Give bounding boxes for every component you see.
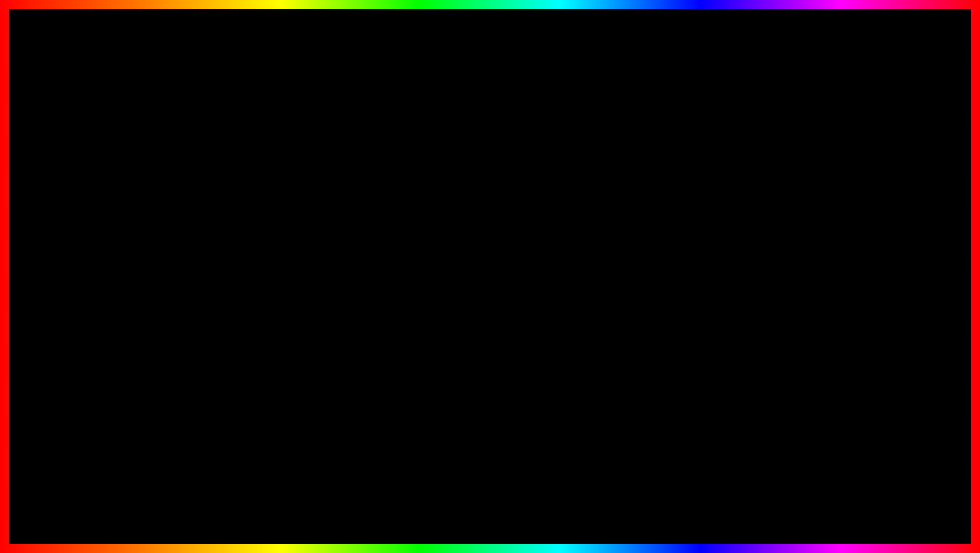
left-panel: PS | Skeered Hub ⌕ ✎ ⊡ ✕ Autofarm Distan… [135,133,325,328]
killaura-toggle[interactable] [297,272,317,283]
auto-pick-flowers-row: Auto Pick Flowers [634,206,824,226]
bottom-text-container: AUTO FARM SCRIPT PASTEBIN [0,468,980,533]
right-panel: PS | Skeered Hub Activate White Screen (… [632,147,825,348]
window-icon[interactable]: ⊡ [303,140,308,147]
walkspeed-toggle[interactable] [796,230,816,240]
inf-breath-label: Inf Breath [641,314,796,321]
farm-all-npc-row: Farm all NPC [136,228,324,248]
white-screen-label: Activate White Screen (LOW GPU USAGE) [641,173,816,181]
killaura-row: Killaura [136,268,324,288]
no-sun-damage-label: No Sun Damage [641,274,796,282]
inf-stamina-row: Inf Stamina [634,288,824,307]
farm-all-npc-label: Farm all NPC [143,234,297,242]
inf-stamina-toggle[interactable] [796,292,816,302]
farm-all-bosses-toggle[interactable] [297,253,317,263]
auto-loot-toggle[interactable] [297,312,317,322]
farm-all-bosses-row: Farm all Bosses [136,248,324,268]
no-sun-damage-row: No Sun Damage [634,268,824,288]
edit-icon[interactable]: ✎ [293,140,299,147]
farm-all-bosses-label: Farm all Bosses [143,254,297,262]
killaura-delay-row: Killaura Delay 3 Seconds [136,175,324,197]
give-prog-gamepass-label: Give Prog Gamepass [641,333,800,341]
right-panel-divider: | [653,154,655,162]
left-panel-title: Skeered Hub [160,139,285,147]
search-icon[interactable]: ⌕ [285,140,289,147]
left-ps-icon: PS [142,138,152,148]
left-panel-header: PS | Skeered Hub ⌕ ✎ ⊡ ✕ [136,134,324,153]
killaura-label: Killaura [143,274,297,282]
teleport-muzan-dim: dim [807,193,816,200]
script-label: SCRIPT [503,490,636,528]
inf-stamina-label: Inf Stamina [641,294,796,301]
farm-all-npc-toggle[interactable] [297,233,317,243]
give-prog-gamepass-row: Give Prog Gamepass button [634,327,824,347]
left-panel-icons: ⌕ ✎ ⊡ ✕ [285,140,318,147]
autofarm-row: Autofarm [136,209,324,228]
wspeed-input[interactable]: 100 Speed [740,250,816,263]
killaura-delay-label: Killaura Delay [143,182,251,190]
autofarm-distance-input[interactable]: 7 Studs [251,157,317,170]
teleport-muzan-label: Teleport To Muzan [641,192,807,200]
walkspeed-label: Walkspeed [641,232,796,239]
auto-pick-flowers-toggle[interactable] [796,211,816,221]
close-icon[interactable]: ✕ [312,140,318,147]
teleport-muzan-row: Teleport To Muzan dim [634,187,824,206]
autofarm-distance-row: Autofarm Distance 7 Studs [136,153,324,175]
left-panel-divider: | [155,140,156,147]
auto-loot-label: Auto Loot [143,314,297,321]
walkspeed-row: Walkspeed [634,226,824,246]
give-prog-gamepass-btn-label: button [800,333,816,340]
work-mobile-text: WORK MOBILE [736,121,825,173]
killaura-delay-input[interactable]: 3 Seconds [251,180,317,192]
wspeed-label: WSpeed [641,253,740,260]
work-mobile-badge: WORK MOBILE [726,115,835,179]
main-title: PROJECT SLAYERS [0,14,980,89]
auto-farm-label: AUTO FARM [153,468,493,533]
autofarm-row-label: Autofarm [143,215,297,222]
no-sun-damage-toggle[interactable] [796,272,816,283]
autofarm-toggle[interactable] [297,213,317,223]
title-container: PROJECT SLAYERS [0,14,980,89]
killaura-op-toggle[interactable] [297,292,317,302]
farm-section-label: Farm Section ✓ [136,197,324,209]
killaura-op-label: Killaura Op [143,294,297,301]
right-ps-icon: PS [640,153,650,163]
inf-breath-row: Inf Breath [634,307,824,327]
auto-loot-row: Auto Loot [136,307,324,327]
wspeed-row: WSpeed 100 Speed [634,246,824,268]
pastebin-label: PASTEBIN [646,490,827,528]
inf-breath-toggle[interactable] [796,312,816,322]
autofarm-distance-label: Autofarm Distance [143,160,251,167]
killaura-op-row: Killaura Op [136,288,324,307]
auto-pick-flowers-label: Auto Pick Flowers [641,212,796,220]
